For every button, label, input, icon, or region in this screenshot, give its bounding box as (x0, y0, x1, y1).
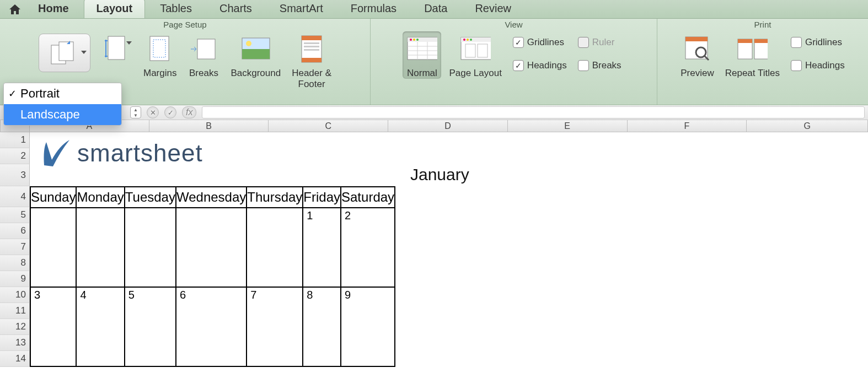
svg-rect-37 (738, 39, 752, 43)
row-2[interactable]: 2 (0, 148, 30, 164)
cal-cell[interactable] (176, 208, 247, 287)
row-7[interactable]: 7 (0, 239, 30, 255)
tab-tables[interactable]: Tables (147, 0, 205, 18)
svg-rect-3 (150, 36, 169, 61)
fx-icon[interactable]: fx (182, 106, 196, 118)
row-9[interactable]: 9 (0, 271, 30, 287)
col-E[interactable]: E (508, 120, 628, 132)
breaks-button[interactable]: Breaks (184, 31, 223, 79)
svg-rect-39 (754, 39, 768, 43)
calendar-table: Sunday Monday Tuesday Wednesday Thursday… (30, 186, 395, 367)
row-14[interactable]: 14 (0, 351, 30, 367)
svg-rect-10 (302, 36, 322, 40)
headings-checkbox[interactable]: ✓Headings (510, 58, 570, 73)
svg-rect-33 (685, 37, 708, 41)
ruler-label: Ruler (592, 37, 615, 48)
cal-cell[interactable]: 4 (76, 287, 124, 366)
view-page-layout-button[interactable]: Page Layout (446, 31, 505, 79)
row-11[interactable]: 11 (0, 303, 30, 319)
header-footer-label: Header & Footer (292, 68, 331, 89)
cal-cell[interactable] (76, 208, 124, 287)
row-4[interactable]: 4 (0, 186, 30, 207)
col-D[interactable]: D (388, 120, 508, 132)
view-normal-button[interactable]: Normal (403, 31, 441, 79)
gridlines-label: Gridlines (527, 37, 564, 48)
row-6[interactable]: 6 (0, 223, 30, 239)
orientation-button[interactable] (39, 34, 90, 72)
svg-rect-31 (478, 44, 487, 57)
gridlines-checkbox[interactable]: ✓Gridlines (510, 35, 570, 50)
print-preview-button[interactable]: Preview (677, 31, 717, 79)
tab-smartart[interactable]: SmartArt (267, 0, 336, 18)
tab-charts[interactable]: Charts (207, 0, 265, 18)
row-8[interactable]: 8 (0, 255, 30, 271)
cal-cell[interactable] (247, 208, 303, 287)
cal-cell[interactable]: 5 (125, 287, 176, 366)
name-box-stepper[interactable]: ▲▼ (130, 106, 141, 118)
col-F[interactable]: F (628, 120, 747, 132)
group-title-print: Print (661, 19, 865, 31)
cal-cell[interactable] (125, 208, 176, 287)
print-headings-checkbox[interactable]: Headings (787, 58, 848, 73)
background-button[interactable]: Background (227, 31, 284, 79)
margins-button[interactable]: Margins (140, 31, 180, 79)
row-10[interactable]: 10 (0, 287, 30, 303)
tab-data[interactable]: Data (411, 0, 460, 18)
svg-point-29 (470, 39, 472, 41)
svg-rect-16 (408, 37, 437, 42)
formula-input[interactable] (202, 106, 865, 118)
cells-area[interactable]: smartsheet January Sunday Monday Tuesday (30, 132, 868, 367)
cal-cell[interactable]: 9 (341, 287, 395, 366)
row-5[interactable]: 5 (0, 207, 30, 223)
orientation-landscape-label: Landscape (20, 107, 80, 122)
header-footer-button[interactable]: Header & Footer (288, 31, 335, 89)
cal-cell[interactable]: 1 (303, 208, 341, 287)
print-gridlines-label: Gridlines (805, 37, 842, 48)
ruler-checkbox[interactable]: Ruler (575, 35, 625, 50)
cal-cell[interactable]: 2 (341, 208, 395, 287)
print-preview-label: Preview (681, 68, 714, 79)
accept-icon[interactable]: ✓ (164, 106, 176, 118)
col-B[interactable]: B (149, 120, 269, 132)
cal-cell[interactable]: 6 (176, 287, 247, 366)
size-button[interactable] (98, 31, 136, 45)
col-C[interactable]: C (269, 120, 388, 132)
orientation-portrait[interactable]: ✓Portrait (4, 83, 121, 104)
print-gridlines-checkbox[interactable]: Gridlines (787, 35, 848, 50)
cancel-icon[interactable]: ✕ (147, 106, 159, 118)
view-breaks-checkbox[interactable]: Breaks (575, 58, 625, 73)
view-normal-label: Normal (407, 68, 437, 79)
group-title-view: View (374, 19, 653, 31)
svg-rect-1 (59, 42, 73, 61)
svg-rect-14 (304, 49, 319, 51)
tab-formulas[interactable]: Formulas (338, 0, 409, 18)
tab-layout[interactable]: Layout (84, 0, 146, 18)
group-title-page-setup: Page Setup (3, 19, 367, 31)
row-12[interactable]: 12 (0, 319, 30, 335)
repeat-titles-button[interactable]: Repeat Titles (722, 31, 783, 79)
day-mon: Monday (76, 187, 124, 208)
repeat-titles-label: Repeat Titles (725, 68, 780, 79)
row-13[interactable]: 13 (0, 335, 30, 351)
formula-bar: ▲▼ ✕ ✓ fx (0, 105, 868, 120)
spreadsheet: A B C D E F G 1 2 3 4 5 6 7 8 9 10 11 12… (0, 120, 868, 367)
cal-cell[interactable]: 7 (247, 287, 303, 366)
svg-rect-26 (461, 37, 491, 42)
col-G[interactable]: G (747, 120, 868, 132)
cal-cell[interactable] (30, 208, 76, 287)
tab-home[interactable]: Home (25, 0, 82, 18)
home-icon[interactable] (9, 3, 21, 15)
orientation-portrait-label: Portrait (20, 87, 60, 101)
orientation-landscape[interactable]: Landscape (4, 104, 121, 125)
print-headings-label: Headings (805, 60, 845, 71)
svg-point-8 (246, 41, 251, 46)
smartsheet-wordmark: smartsheet (77, 139, 203, 167)
ribbon: Page Setup Margins (0, 19, 868, 105)
view-breaks-label: Breaks (592, 60, 621, 71)
month-title: January (410, 165, 469, 184)
row-3[interactable]: 3 (0, 164, 30, 186)
row-1[interactable]: 1 (0, 132, 30, 148)
cal-cell[interactable]: 8 (303, 287, 341, 366)
tab-review[interactable]: Review (462, 0, 524, 18)
cal-cell[interactable]: 3 (30, 287, 76, 366)
